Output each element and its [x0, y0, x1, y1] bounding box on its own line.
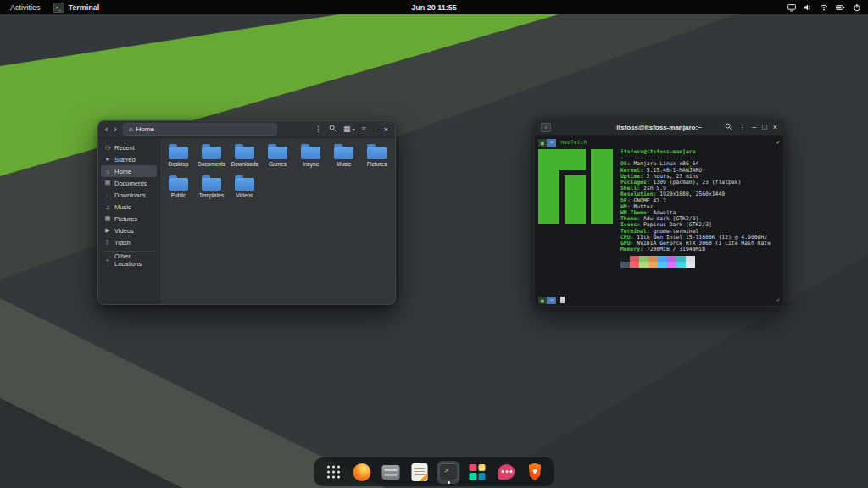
folder-insync[interactable]: Insync: [295, 141, 327, 173]
terminal-cursor: [560, 297, 565, 303]
firefox-launcher[interactable]: [351, 461, 374, 484]
terminal-icon: >_: [439, 463, 459, 480]
software-icon: [470, 464, 486, 480]
text-editor-icon: [412, 463, 428, 481]
folder-games[interactable]: Games: [262, 141, 294, 173]
software-launcher[interactable]: [466, 461, 489, 484]
folder-icon: [169, 178, 188, 191]
plus-icon: +: [104, 258, 111, 263]
sidebar-item-label: Trash: [114, 239, 131, 247]
clock-icon: ◷: [104, 144, 111, 151]
folder-documents[interactable]: Documents: [196, 141, 228, 173]
folder-desktop[interactable]: Desktop: [163, 141, 195, 173]
chevron-down-icon: ▾: [352, 126, 354, 132]
star-icon: ★: [104, 156, 111, 163]
messages-launcher[interactable]: [495, 461, 518, 484]
sidebar-item-label: Pictures: [114, 215, 137, 223]
sidebar-separator: [102, 251, 156, 252]
terminal-app-icon: >_: [53, 3, 64, 13]
terminal-titlebar[interactable]: > itsfoss@itsfoss-manjaro:~ ⋮ – □ ×: [535, 119, 783, 136]
terminal-app-icon: >: [541, 123, 551, 132]
terminal-window: > itsfoss@itsfoss-manjaro:~ ⋮ – □ × ■ ~ …: [534, 119, 784, 307]
sidebar-item-pictures[interactable]: ▦ Pictures: [101, 213, 157, 225]
kebab-menu-icon[interactable]: ⋮: [314, 125, 322, 133]
sidebar-item-home[interactable]: ⌂ Home: [101, 165, 157, 177]
sidebar-item-label: Starred: [114, 156, 136, 164]
back-icon[interactable]: ‹: [105, 125, 108, 134]
files-content-area: Desktop Documents Downloads Games Insync…: [160, 138, 395, 305]
firefox-icon: [353, 463, 371, 481]
path-label: Home: [136, 125, 154, 133]
prompt-os-segment: ■: [538, 139, 547, 147]
sidebar-item-label: Music: [114, 203, 131, 211]
activities-button[interactable]: Activities: [8, 3, 43, 13]
grid-view-icon: ▦: [343, 125, 351, 133]
sidebar-item-documents[interactable]: ▤ Documents: [101, 177, 157, 189]
volume-icon: [804, 3, 812, 12]
folder-icon: [268, 147, 287, 159]
search-icon[interactable]: [725, 123, 732, 132]
folder-icon: [169, 147, 188, 159]
prompt-line: ■ ~ neofetch ✔: [538, 138, 780, 147]
clock-calendar-button[interactable]: Jun 20 11:55: [411, 3, 457, 12]
terminal-close-button[interactable]: ×: [773, 123, 777, 131]
video-icon: ▶: [104, 227, 111, 234]
folder-icon: [367, 147, 387, 159]
brave-launcher[interactable]: [524, 461, 547, 484]
kebab-menu-icon[interactable]: ⋮: [738, 124, 746, 131]
folder-public[interactable]: Public: [163, 173, 195, 204]
sidebar-item-downloads[interactable]: ↓ Downloads: [101, 189, 157, 201]
top-bar: Activities >_ Terminal Jun 20 11:55: [0, 0, 868, 14]
trash-icon: ▯: [104, 239, 111, 246]
sidebar-item-label: Recent: [114, 144, 135, 152]
terminal-minimize-button[interactable]: –: [752, 123, 756, 131]
running-indicator-dot: [448, 481, 450, 484]
terminal-content[interactable]: ■ ~ neofetch ✔ itsfoss@itsfoss-manjaro -…: [535, 136, 783, 307]
folder-videos[interactable]: Videos: [229, 173, 261, 204]
terminal-maximize-button[interactable]: □: [762, 123, 766, 131]
hamburger-menu-icon[interactable]: ≡: [361, 125, 365, 133]
folder-templates[interactable]: Templates: [196, 173, 228, 204]
picture-icon: ▦: [104, 215, 111, 222]
focused-app-menu[interactable]: >_ Terminal: [53, 3, 100, 13]
forward-icon[interactable]: ›: [114, 125, 116, 134]
folder-icon: [235, 147, 254, 159]
neofetch-output: itsfoss@itsfoss-manjaro ----------------…: [538, 149, 780, 268]
search-icon[interactable]: [329, 125, 337, 134]
neofetch-info: itsfoss@itsfoss-manjaro ----------------…: [620, 149, 771, 268]
document-icon: ▤: [104, 180, 111, 186]
sidebar-item-recent[interactable]: ◷ Recent: [101, 141, 157, 153]
prompt-os-segment: ■: [538, 297, 547, 304]
sidebar-item-trash[interactable]: ▯ Trash: [101, 236, 157, 248]
folder-music[interactable]: Music: [328, 141, 360, 173]
files-minimize-button[interactable]: –: [373, 125, 377, 134]
messages-icon: [498, 464, 515, 480]
status-check-icon: ✔: [776, 139, 780, 146]
files-titlebar[interactable]: ‹ › ⌂ Home ⋮ ▦ ▾ ≡ – ×: [98, 121, 395, 138]
folder-icon: [334, 147, 353, 159]
sidebar-item-videos[interactable]: ▶ Videos: [101, 225, 157, 236]
music-note-icon: ♫: [104, 204, 111, 210]
dock: >_: [314, 458, 554, 486]
sidebar-item-other-locations[interactable]: + Other Locations: [101, 254, 157, 266]
folder-downloads[interactable]: Downloads: [229, 141, 261, 173]
screencast-icon: [787, 3, 796, 12]
terminal-launcher[interactable]: >_: [437, 461, 460, 484]
status-check-icon: ✔: [776, 297, 780, 303]
sidebar-item-music[interactable]: ♫ Music: [101, 201, 157, 213]
prompt-dir-segment: ~: [547, 297, 557, 304]
system-tray[interactable]: [787, 0, 861, 14]
folder-pictures[interactable]: Pictures: [361, 141, 393, 173]
prompt-line: ■ ~ ✔: [538, 296, 780, 304]
files-close-button[interactable]: ×: [384, 125, 388, 134]
download-icon: ↓: [104, 192, 111, 198]
text-editor-launcher[interactable]: [409, 461, 431, 484]
sidebar-item-starred[interactable]: ★ Starred: [101, 153, 157, 165]
files-launcher[interactable]: [380, 461, 403, 484]
path-bar[interactable]: ⌂ Home: [123, 123, 277, 136]
sidebar-item-label: Videos: [114, 227, 134, 235]
brave-icon: [527, 463, 542, 481]
show-apps-button[interactable]: [322, 461, 345, 484]
folder-icon: [202, 178, 221, 191]
view-toggle-button[interactable]: ▦ ▾: [343, 125, 355, 133]
